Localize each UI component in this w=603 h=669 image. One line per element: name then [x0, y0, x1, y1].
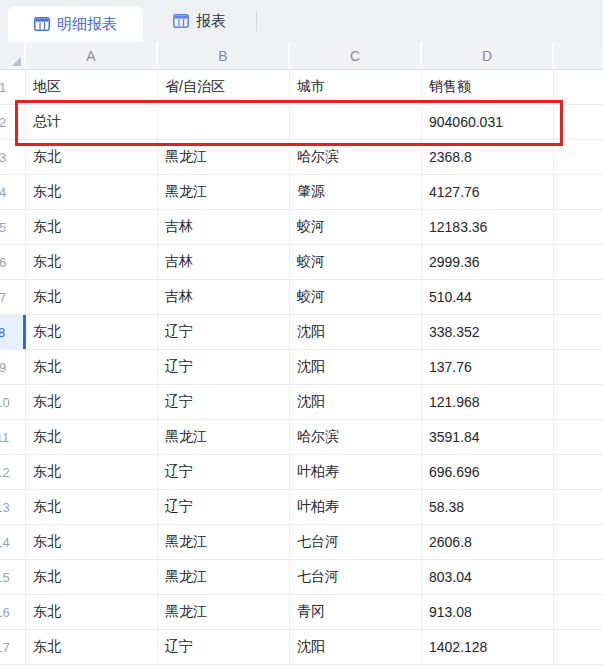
cell[interactable]: 总计	[26, 105, 158, 139]
cell[interactable]: 1402.128	[422, 630, 554, 664]
row-number[interactable]: 3	[0, 140, 26, 174]
row-number[interactable]: 6	[0, 245, 26, 279]
cell[interactable]: 辽宁	[158, 385, 290, 419]
cell[interactable]: 销售额	[422, 70, 554, 104]
cell[interactable]: 辽宁	[158, 630, 290, 664]
row-number[interactable]: 15	[0, 560, 26, 594]
cell[interactable]: 辽宁	[158, 350, 290, 384]
cell[interactable]: 12183.36	[422, 210, 554, 244]
row-filler	[554, 175, 603, 209]
cell[interactable]: 黑龙江	[158, 140, 290, 174]
cell[interactable]: 4127.76	[422, 175, 554, 209]
cell[interactable]: 137.76	[422, 350, 554, 384]
cell[interactable]: 沈阳	[290, 385, 422, 419]
row-filler	[554, 595, 603, 629]
cell[interactable]: 黑龙江	[158, 175, 290, 209]
cell[interactable]: 338.352	[422, 315, 554, 349]
cell[interactable]: 吉林	[158, 210, 290, 244]
cell[interactable]: 2606.8	[422, 525, 554, 559]
cell[interactable]: 东北	[26, 245, 158, 279]
row-number[interactable]: 16	[0, 595, 26, 629]
cell[interactable]: 哈尔滨	[290, 420, 422, 454]
cell[interactable]: 121.968	[422, 385, 554, 419]
row-number[interactable]: 9	[0, 350, 26, 384]
cell[interactable]: 913.08	[422, 595, 554, 629]
row-filler	[554, 210, 603, 244]
cell[interactable]: 东北	[26, 525, 158, 559]
cell[interactable]: 黑龙江	[158, 595, 290, 629]
cell[interactable]: 沈阳	[290, 630, 422, 664]
cell[interactable]: 蛟河	[290, 280, 422, 314]
cell[interactable]: 黑龙江	[158, 560, 290, 594]
cell[interactable]: 辽宁	[158, 315, 290, 349]
cell[interactable]: 东北	[26, 420, 158, 454]
row-number[interactable]: 12	[0, 455, 26, 489]
row-number[interactable]: 13	[0, 490, 26, 524]
row-number[interactable]: 10	[0, 385, 26, 419]
row-number[interactable]: 11	[0, 420, 26, 454]
tab-detail-report[interactable]: 明细报表	[8, 6, 143, 42]
tab-report[interactable]: 报表	[143, 0, 256, 42]
cell[interactable]: 904060.031	[422, 105, 554, 139]
cell[interactable]: 东北	[26, 595, 158, 629]
row-number[interactable]: 4	[0, 175, 26, 209]
cell[interactable]: 黑龙江	[158, 525, 290, 559]
cell[interactable]: 东北	[26, 210, 158, 244]
cell[interactable]: 58.38	[422, 490, 554, 524]
cell[interactable]: 3591.84	[422, 420, 554, 454]
row-number[interactable]: 7	[0, 280, 26, 314]
row-number[interactable]: 17	[0, 630, 26, 664]
cell[interactable]: 七台河	[290, 525, 422, 559]
cell[interactable]: 蛟河	[290, 245, 422, 279]
cell[interactable]: 吉林	[158, 280, 290, 314]
row-number-label: 4	[0, 185, 25, 200]
row-number[interactable]: 1	[0, 70, 26, 104]
cell[interactable]: 黑龙江	[158, 420, 290, 454]
cell[interactable]: 沈阳	[290, 350, 422, 384]
row-number[interactable]: 14	[0, 525, 26, 559]
column-header-B[interactable]: B	[158, 42, 290, 69]
cell[interactable]: 吉林	[158, 245, 290, 279]
row-number[interactable]: 8	[0, 315, 26, 349]
cell[interactable]: 东北	[26, 385, 158, 419]
cell[interactable]: 辽宁	[158, 490, 290, 524]
cell[interactable]: 东北	[26, 140, 158, 174]
cell[interactable]	[158, 105, 290, 139]
cell[interactable]: 辽宁	[158, 455, 290, 489]
cell[interactable]: 东北	[26, 630, 158, 664]
select-all-corner[interactable]	[0, 42, 26, 69]
cell[interactable]: 东北	[26, 560, 158, 594]
row-filler	[554, 560, 603, 594]
cell[interactable]: 696.696	[422, 455, 554, 489]
cell[interactable]: 沈阳	[290, 315, 422, 349]
cell[interactable]: 东北	[26, 280, 158, 314]
cell[interactable]	[290, 105, 422, 139]
table-row: 11东北黑龙江哈尔滨3591.84	[0, 420, 603, 455]
cell[interactable]: 哈尔滨	[290, 140, 422, 174]
cell[interactable]: 叶柏寿	[290, 455, 422, 489]
cell[interactable]: 东北	[26, 350, 158, 384]
cell[interactable]: 803.04	[422, 560, 554, 594]
cell[interactable]: 东北	[26, 315, 158, 349]
column-header-C[interactable]: C	[290, 42, 422, 69]
cell[interactable]: 七台河	[290, 560, 422, 594]
cell[interactable]: 蛟河	[290, 210, 422, 244]
cell[interactable]: 叶柏寿	[290, 490, 422, 524]
row-number[interactable]: 5	[0, 210, 26, 244]
cell[interactable]: 2368.8	[422, 140, 554, 174]
column-header-A[interactable]: A	[26, 42, 158, 69]
cell[interactable]: 东北	[26, 175, 158, 209]
cell[interactable]: 东北	[26, 490, 158, 524]
column-header-D[interactable]: D	[422, 42, 554, 69]
table-row: 3东北黑龙江哈尔滨2368.8	[0, 140, 603, 175]
cell[interactable]: 地区	[26, 70, 158, 104]
cell[interactable]: 城市	[290, 70, 422, 104]
cell[interactable]: 青冈	[290, 595, 422, 629]
report-viewer-window: 明细报表 报表 ABCD 1地区省/自治区城市销售额2总计904060.0313…	[0, 0, 603, 669]
cell[interactable]: 省/自治区	[158, 70, 290, 104]
row-number[interactable]: 2	[0, 105, 26, 139]
cell[interactable]: 2999.36	[422, 245, 554, 279]
cell[interactable]: 510.44	[422, 280, 554, 314]
cell[interactable]: 肇源	[290, 175, 422, 209]
cell[interactable]: 东北	[26, 455, 158, 489]
